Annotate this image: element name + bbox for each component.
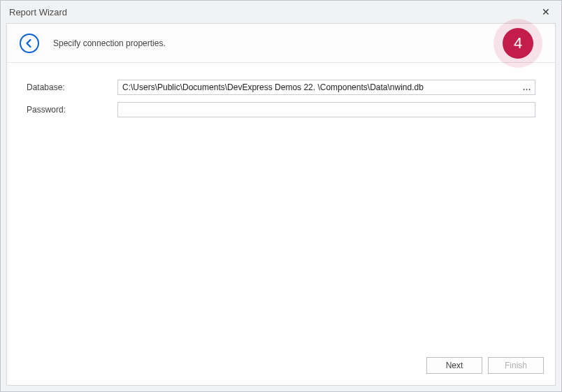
window-title: Report Wizard (9, 7, 538, 17)
wizard-body: Specify connection properties. 4 Databas… (6, 23, 556, 386)
arrow-left-icon (24, 38, 34, 48)
close-icon[interactable]: ✕ (538, 3, 554, 20)
form-area: Database: ... Password: (7, 63, 555, 131)
database-field-wrap: ... (117, 80, 535, 95)
database-row: Database: ... (27, 80, 535, 95)
step-badge-halo: 4 (493, 19, 542, 68)
wizard-header: Specify connection properties. 4 (7, 24, 555, 63)
back-button[interactable] (20, 34, 39, 53)
password-input[interactable] (117, 102, 535, 117)
database-label: Database: (27, 82, 117, 92)
database-input[interactable] (117, 80, 535, 95)
password-label: Password: (27, 105, 117, 115)
titlebar: Report Wizard ✕ (1, 1, 561, 23)
wizard-subtitle: Specify connection properties. (53, 38, 166, 48)
browse-button[interactable]: ... (519, 80, 535, 94)
password-row: Password: (27, 102, 535, 117)
finish-button: Finish (488, 357, 544, 374)
next-button[interactable]: Next (426, 357, 482, 374)
button-bar: Next Finish (7, 353, 555, 385)
step-badge: 4 (503, 28, 533, 59)
report-wizard-window: Report Wizard ✕ Specify connection prope… (0, 0, 562, 392)
password-field-wrap (117, 102, 535, 117)
